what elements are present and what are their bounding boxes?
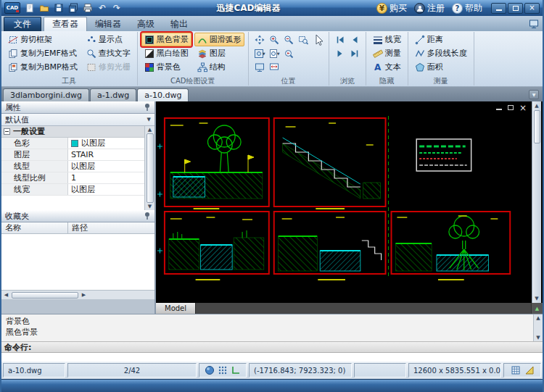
ortho-angle-icon[interactable]	[231, 365, 241, 375]
canvas-vertical-scrollbar[interactable]: ▲ ▼	[532, 101, 541, 303]
scroll-down-icon[interactable]: ▼	[148, 204, 152, 209]
collapse-icon[interactable]	[4, 128, 10, 135]
area-button[interactable]: 面积	[412, 60, 470, 74]
clip-frame-button[interactable]: 剪切框架	[5, 33, 81, 46]
minimize-button[interactable]	[491, 3, 506, 14]
scroll-up-button[interactable]: ▲	[532, 101, 541, 110]
doc-tab-a1[interactable]: a-1.dwg	[90, 88, 136, 101]
favorites-list[interactable]	[1, 234, 154, 290]
property-value[interactable]: 以图层	[68, 161, 144, 172]
scrollbar-thumb[interactable]	[12, 292, 78, 299]
next-page-button[interactable]	[333, 47, 347, 59]
find-text-button[interactable]: 查找文字	[83, 46, 133, 60]
fit-width-button[interactable]	[267, 61, 281, 73]
property-group-row[interactable]: 一般设置	[1, 126, 144, 138]
print-button[interactable]	[81, 1, 95, 14]
scroll-down-icon[interactable]: ▼	[536, 335, 540, 341]
doc-tab-a10[interactable]: a-10.dwg	[137, 88, 189, 101]
file-menu-button[interactable]: 文件	[4, 17, 41, 31]
copy-bmp-button[interactable]: 复制为BMP格式	[5, 60, 81, 74]
save-button[interactable]	[51, 1, 66, 14]
property-value[interactable]: STAIR	[68, 149, 144, 160]
tab-editor[interactable]: 编辑器	[87, 17, 129, 31]
zoom-extents-button[interactable]: ▼	[252, 47, 267, 59]
show-points-button[interactable]: 显示点	[83, 33, 133, 46]
hide-measure-button[interactable]: 测量	[370, 46, 404, 60]
property-key[interactable]: 线型比例	[1, 172, 68, 183]
background-color-button[interactable]: 背景色	[141, 60, 191, 74]
select-cursor-button[interactable]	[313, 33, 325, 76]
command-history[interactable]: 背景色 黑色背景 ▲ ▼	[1, 314, 543, 341]
polyline-length-button[interactable]: 多段线长度	[412, 46, 470, 60]
property-key[interactable]: 色彩	[1, 138, 68, 149]
smooth-arc-button[interactable]: 圆滑弧形	[194, 33, 244, 46]
buy-button[interactable]: ¥ 购买	[376, 2, 407, 14]
zoom-out-button[interactable]	[281, 33, 296, 46]
favorites-name-column[interactable]: 名称	[1, 222, 68, 233]
first-page-button[interactable]	[333, 33, 347, 46]
fit-screen-button[interactable]	[252, 61, 267, 73]
favorites-path-column[interactable]: 路径	[68, 222, 154, 233]
command-scrollbar[interactable]: ▲ ▼	[533, 314, 543, 341]
scrollbar-thumb[interactable]	[147, 133, 154, 203]
default-value-dropdown[interactable]: 默认值 ▼	[1, 114, 154, 126]
maximize-button[interactable]	[508, 3, 523, 14]
panel-horizontal-scrollbar[interactable]: ◀ ▶	[1, 290, 154, 299]
tab-viewer[interactable]: 查看器	[44, 17, 87, 31]
trim-raster-button[interactable]: 修剪光栅	[83, 60, 133, 74]
scroll-up-icon[interactable]: ▲	[148, 127, 152, 133]
property-key[interactable]: 线宽	[1, 184, 68, 195]
doc-tabs-dropdown-button[interactable]: ▼	[529, 90, 539, 99]
structure-button[interactable]: 结构	[194, 60, 244, 74]
zoom-page-button[interactable]: ▼	[267, 47, 281, 59]
command-input[interactable]	[1, 353, 543, 362]
doc-close-icon[interactable]: ×	[519, 104, 527, 112]
doc-minimize-icon[interactable]	[496, 109, 502, 110]
new-file-button[interactable]	[22, 1, 37, 14]
scrollbar-thumb[interactable]	[534, 110, 540, 143]
zoom-orb-icon[interactable]	[205, 365, 215, 375]
close-button[interactable]: ×	[524, 3, 540, 14]
doc-tab-3dlamborgini[interactable]: 3dlamborgini.dwg	[3, 88, 89, 101]
line-width-button[interactable]: 线宽	[370, 33, 404, 46]
zoom-previous-button[interactable]	[281, 47, 296, 59]
snap-triangle-icon[interactable]	[524, 365, 535, 375]
grid-icon[interactable]	[511, 365, 521, 375]
doc-restore-icon[interactable]	[508, 105, 514, 110]
layout-list-button[interactable]: ▲	[531, 303, 543, 314]
property-key[interactable]: 图层	[1, 149, 68, 160]
property-value[interactable]: 以图层	[68, 138, 144, 149]
last-page-button[interactable]	[347, 47, 362, 59]
layers-button[interactable]: 图层	[194, 46, 244, 60]
prev-page-button[interactable]	[347, 33, 362, 46]
property-value[interactable]: 1	[68, 172, 144, 183]
open-file-button[interactable]	[37, 1, 51, 14]
tab-output[interactable]: 输出	[162, 17, 196, 31]
copy-emf-button[interactable]: 复制为EMF格式	[5, 46, 81, 60]
undo-button[interactable]: ↶	[95, 1, 110, 14]
save-all-button[interactable]	[66, 1, 81, 14]
cad-drawing-canvas[interactable]	[156, 101, 532, 303]
ribbon-options-button[interactable]	[529, 18, 539, 32]
tab-advanced[interactable]: 高级	[129, 17, 162, 31]
bw-drawing-button[interactable]: 黑白绘图	[141, 46, 191, 60]
grid-dots-icon[interactable]	[218, 365, 228, 375]
property-key[interactable]: 线型	[1, 161, 68, 172]
scroll-up-icon[interactable]: ▲	[536, 315, 540, 321]
scroll-left-button[interactable]: ◀	[1, 291, 11, 299]
zoom-in-button[interactable]	[267, 33, 281, 46]
pin-icon[interactable]	[144, 103, 151, 112]
pin-icon[interactable]	[144, 212, 151, 220]
pan-button[interactable]	[252, 33, 267, 46]
scroll-down-button[interactable]: ▼	[532, 294, 541, 303]
properties-scrollbar[interactable]: ▲ ▼	[144, 126, 154, 210]
hide-text-button[interactable]: A 文本	[370, 60, 404, 74]
zoom-window-button[interactable]	[296, 33, 310, 46]
scroll-right-button[interactable]: ▶	[79, 291, 88, 299]
distance-button[interactable]: 距离	[412, 33, 470, 46]
redo-button[interactable]: ↷	[110, 1, 124, 14]
property-value[interactable]: 以图层	[68, 184, 144, 195]
model-tab[interactable]: Model	[156, 303, 196, 314]
register-button[interactable]: 注册	[414, 2, 445, 14]
help-button[interactable]: ? 帮助	[452, 2, 482, 14]
